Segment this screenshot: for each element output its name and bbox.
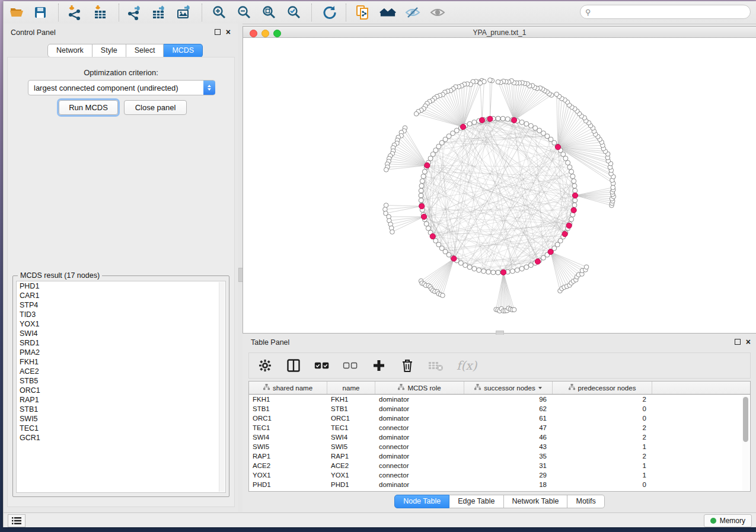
search-box[interactable]: ⚲	[580, 5, 751, 19]
table-row[interactable]: SWI5SWI5connector431	[249, 442, 750, 451]
import-network-icon[interactable]	[66, 4, 83, 21]
mcds-result-item[interactable]: PMA2	[17, 348, 225, 357]
table-cell: ACE2	[327, 462, 375, 469]
column-header[interactable]: shared name	[249, 382, 327, 394]
mcds-result-item[interactable]: TEC1	[17, 424, 225, 433]
node-table[interactable]: shared namenameMCDS rolesuccessor nodesp…	[248, 381, 751, 492]
memory-button[interactable]: Memory	[704, 514, 752, 527]
network-canvas[interactable]	[243, 38, 756, 333]
table-row[interactable]: RAP1RAP1dominator352	[249, 451, 750, 461]
column-header[interactable]: name	[327, 382, 375, 394]
run-mcds-button[interactable]: Run MCDS	[59, 100, 118, 115]
table-row[interactable]: FKH1FKH1dominator962	[249, 395, 750, 404]
tab-select[interactable]: Select	[126, 44, 164, 57]
table-row[interactable]: PHD1PHD1dominator180	[249, 480, 750, 489]
close-panel-button[interactable]: Close panel	[124, 100, 187, 115]
close-panel-icon[interactable]: ×	[226, 29, 231, 35]
float-panel-icon[interactable]	[215, 29, 221, 35]
list-icon	[12, 517, 21, 524]
mcds-result-item[interactable]: SWI4	[17, 329, 225, 338]
column-header[interactable]: MCDS role	[375, 382, 464, 394]
control-panel-tabs: Network Style Select MCDS	[47, 44, 203, 57]
table-row[interactable]: YOX1YOX1connector291	[249, 470, 750, 480]
mcds-result-item[interactable]: SWI5	[17, 414, 225, 424]
mcds-result-item[interactable]: STB5	[17, 376, 225, 386]
vertical-splitter[interactable]	[238, 24, 243, 513]
table-cell: dominator	[375, 405, 464, 412]
tab-edge-table[interactable]: Edge Table	[449, 495, 503, 508]
delete-column-icon[interactable]	[400, 358, 415, 373]
table-row[interactable]: TEC1TEC1connector472	[249, 423, 750, 432]
tab-node-table[interactable]: Node Table	[394, 495, 449, 508]
mcds-result-item[interactable]: ACE2	[17, 367, 225, 376]
mcds-result-item[interactable]: ORC1	[17, 386, 225, 395]
tab-motifs[interactable]: Motifs	[567, 495, 604, 508]
mcds-result-item[interactable]: STP4	[17, 300, 225, 310]
task-history-button[interactable]	[8, 514, 25, 527]
add-column-icon[interactable]	[371, 358, 387, 373]
mcds-result-list[interactable]: PHD1CAR1STP4TID3YOX1SWI4SRD1PMA2FKH1ACE2…	[16, 281, 226, 493]
mcds-result-item[interactable]: CAR1	[17, 291, 225, 300]
tab-network[interactable]: Network	[47, 44, 92, 57]
mcds-result-item[interactable]: TID3	[17, 310, 225, 319]
mcds-result-item[interactable]: RAP1	[17, 395, 225, 405]
table-cell: 2	[553, 396, 652, 403]
mcds-list-scrollbar[interactable]	[219, 282, 225, 492]
export-network-icon[interactable]	[126, 4, 142, 21]
table-cell: 18	[464, 481, 553, 488]
search-input[interactable]	[594, 7, 750, 17]
table-options-gear-icon[interactable]	[257, 358, 273, 373]
table-cell: 2	[553, 434, 652, 441]
show-all-eye-icon[interactable]	[429, 4, 446, 21]
export-table-icon[interactable]	[151, 4, 167, 21]
refresh-view-icon[interactable]	[321, 4, 338, 21]
tab-style[interactable]: Style	[92, 44, 126, 57]
table-cell: connector	[375, 462, 464, 469]
mcds-result-item[interactable]: YOX1	[17, 319, 225, 329]
zoom-in-icon[interactable]	[211, 4, 228, 21]
network-window-titlebar[interactable]: YPA_prune.txt_1	[243, 27, 756, 38]
table-cell: RAP1	[249, 453, 327, 460]
criterion-dropdown[interactable]: largest connected component (undirected)	[28, 80, 215, 95]
zoom-out-icon[interactable]	[236, 4, 253, 21]
table-cell: SWI5	[327, 443, 375, 450]
function-builder-icon[interactable]: f(x)	[457, 358, 477, 373]
select-all-columns-icon[interactable]	[314, 358, 330, 373]
table-cell: dominator	[375, 434, 464, 441]
memory-status-icon	[710, 518, 716, 524]
mcds-result-item[interactable]: GCR1	[17, 433, 225, 443]
first-neighbors-icon[interactable]	[379, 4, 396, 21]
copy-network-style-icon[interactable]	[355, 4, 371, 21]
tab-network-table[interactable]: Network Table	[504, 495, 568, 508]
mcds-result-item[interactable]: SRD1	[17, 338, 225, 348]
close-panel-icon[interactable]: ×	[746, 339, 751, 345]
show-column-icon[interactable]	[286, 358, 301, 373]
table-scrollbar-thumb[interactable]	[743, 397, 748, 442]
mcds-result-item[interactable]: FKH1	[17, 357, 225, 367]
zoom-fit-icon[interactable]	[261, 4, 277, 21]
float-panel-icon[interactable]	[735, 339, 741, 345]
delete-table-icon[interactable]	[428, 358, 444, 373]
status-bar: Memory	[4, 512, 756, 527]
open-file-icon[interactable]	[8, 4, 25, 21]
table-cell: ORC1	[327, 415, 375, 422]
import-table-icon[interactable]	[92, 4, 109, 21]
mcds-result-item[interactable]: PHD1	[17, 281, 225, 291]
table-scrollbar[interactable]	[742, 396, 749, 491]
optimization-criterion-label: Optimization criterion:	[8, 68, 234, 77]
column-header[interactable]: successor nodes	[464, 382, 553, 394]
save-session-icon[interactable]	[32, 4, 49, 21]
table-panel-window-controls: ×	[735, 339, 751, 345]
zoom-selected-icon[interactable]	[286, 4, 302, 21]
table-row[interactable]: ACE2ACE2connector311	[249, 461, 750, 470]
table-row[interactable]: SWI4SWI4dominator462	[249, 432, 750, 442]
table-row[interactable]: ORC1ORC1dominator610	[249, 414, 750, 423]
export-image-icon[interactable]	[176, 4, 192, 21]
column-header[interactable]: predecessor nodes	[553, 382, 652, 394]
tab-mcds[interactable]: MCDS	[164, 44, 203, 57]
deselect-all-columns-icon[interactable]	[343, 358, 358, 373]
mcds-result-item[interactable]: STB1	[17, 405, 225, 414]
table-row[interactable]: STB1STB1dominator620	[249, 404, 750, 414]
table-cell: 47	[464, 424, 553, 431]
hide-selected-eye-icon[interactable]	[404, 4, 421, 21]
